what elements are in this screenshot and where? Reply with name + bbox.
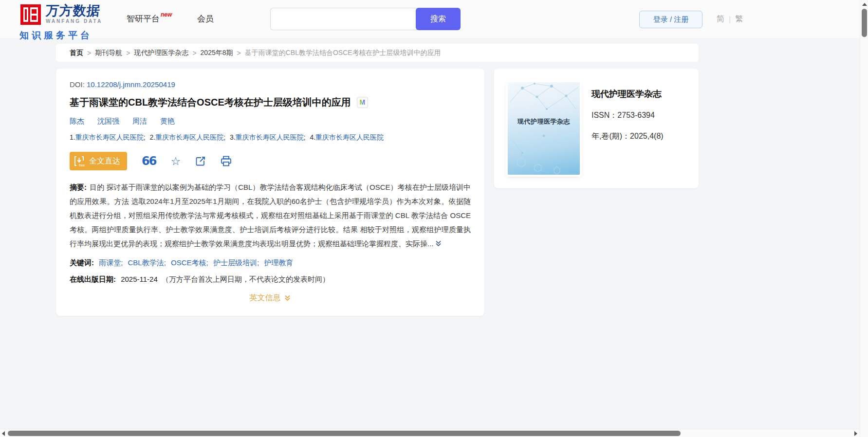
brand-name-cn: 万方数据 [45, 3, 103, 18]
author-link[interactable]: 周洁 [132, 117, 147, 126]
affiliation-link[interactable]: 重庆市长寿区人民医院 [155, 133, 223, 141]
scroll-up-arrow-icon[interactable] [862, 3, 867, 6]
volume-label: 年,卷(期)： [591, 132, 630, 140]
affiliation-separator: ; [223, 133, 225, 141]
keywords-row: 关键词: 雨课堂; CBL教学法; OSCE考核; 护士层级培训; 护理教育 [70, 258, 471, 268]
fulltext-button[interactable]: free 全文直达 [70, 152, 127, 170]
doi-label: DOI: [70, 80, 85, 89]
english-info-label: 英文信息 [250, 293, 281, 303]
affiliation-number: 3. [230, 133, 236, 141]
medical-badge-icon[interactable]: M [357, 97, 368, 108]
breadcrumb-separator: > [237, 49, 241, 57]
keyword-link[interactable]: 护士层级培训 [213, 258, 257, 267]
affiliation-separator: ; [304, 133, 306, 141]
chevron-double-down-icon [284, 294, 291, 302]
author-link[interactable]: 黄艳 [160, 117, 175, 126]
breadcrumb-home[interactable]: 首页 [70, 49, 83, 57]
login-register-button[interactable]: 登录 / 注册 [639, 11, 702, 28]
journal-issn-row: ISSN：2753-6394 [591, 110, 664, 121]
abstract-text: 目的 探讨基于雨课堂的以案例为基础的学习（CBL）教学法结合客观结构化临床考试（… [70, 183, 471, 248]
keywords-label: 关键词: [70, 258, 94, 267]
lang-divider: | [729, 15, 731, 24]
search-input[interactable] [270, 8, 418, 30]
online-publish-row: 在线出版日期: 2025-11-24 （万方平台首次上网日期，不代表论文的发表时… [70, 275, 471, 284]
keyword-separator: ; [121, 258, 123, 267]
journal-cover-title: 现代护理医学杂志 [508, 117, 580, 126]
keyword-link[interactable]: CBL教学法 [128, 258, 164, 267]
fulltext-button-label: 全文直达 [89, 156, 120, 166]
scroll-right-arrow-icon[interactable] [854, 431, 857, 436]
breadcrumb-separator: > [192, 49, 196, 57]
breadcrumb: 首页 > 期刊导航 > 现代护理医学杂志 > 2025年8期 > 基于雨课堂的C… [56, 44, 699, 62]
author-link[interactable]: 沈国强 [97, 117, 119, 126]
free-download-icon: free [74, 155, 85, 167]
horizontal-scrollbar-thumb[interactable] [8, 431, 681, 436]
issn-value: 2753-6394 [617, 111, 655, 119]
affiliation-number: 2. [149, 133, 155, 141]
article-title: 基于雨课堂的CBL教学法结合OSCE考核在护士层级培训中的应用 [70, 96, 351, 109]
nav-zhiyan-platform[interactable]: 智研平台new [127, 13, 171, 24]
journal-cover[interactable]: 现代护理医学杂志 [508, 82, 580, 175]
breadcrumb-separator: > [126, 49, 130, 57]
article-card: DOI: 10.12208/j.jmnm.20250419 基于雨课堂的CBL教… [56, 69, 484, 316]
horizontal-scrollbar[interactable] [0, 429, 868, 437]
affiliations-row: 1.重庆市长寿区人民医院; 2.重庆市长寿区人民医院; 3.重庆市长寿区人民医院… [70, 133, 471, 142]
wanfang-logo-icon [19, 3, 42, 28]
english-info-toggle[interactable]: 英文信息 [70, 293, 471, 303]
lang-simplified[interactable]: 简 [717, 14, 724, 24]
journal-info: 现代护理医学杂志 ISSN：2753-6394 年,卷(期)：2025,4(8) [591, 82, 664, 175]
keyword-separator: ; [257, 258, 259, 267]
abstract-expand-chevron-icon[interactable] [435, 237, 442, 252]
affiliation-number: 4. [310, 133, 315, 141]
nav-member-label: 会员 [197, 14, 214, 23]
top-header: 万方数据 WANFANG DATA 知识服务平台 智研平台new 会员 搜索 登… [0, 0, 868, 38]
authors-row: 陈杰 沈国强 周洁 黄艳 [70, 117, 471, 126]
nav-member[interactable]: 会员 [197, 13, 214, 24]
keyword-link[interactable]: OSCE考核 [171, 258, 206, 267]
share-icon[interactable] [195, 156, 206, 166]
doi-link[interactable]: 10.12208/j.jmnm.20250419 [87, 80, 175, 89]
affiliation-link[interactable]: 重庆市长寿区人民医院 [315, 133, 384, 141]
print-icon[interactable] [221, 156, 232, 166]
action-toolbar: free 全文直达 66 ☆ [70, 152, 471, 170]
page-container: 首页 > 期刊导航 > 现代护理医学杂志 > 2025年8期 > 基于雨课堂的C… [56, 44, 699, 316]
keyword-separator: ; [164, 258, 166, 267]
search-bar: 搜索 [270, 8, 461, 30]
doi-row: DOI: 10.12208/j.jmnm.20250419 [70, 80, 471, 89]
abstract-paragraph: 摘要:目的 探讨基于雨课堂的以案例为基础的学习（CBL）教学法结合客观结构化临床… [70, 180, 471, 252]
journal-card: 现代护理医学杂志 现代护理医学杂志 ISSN：2753-6394 年,卷(期)：… [494, 69, 699, 188]
journal-volume-row: 年,卷(期)：2025,4(8) [591, 131, 664, 142]
issn-label: ISSN： [591, 111, 617, 119]
medical-badge-letter: M [359, 99, 365, 106]
breadcrumb-issue[interactable]: 2025年8期 [201, 49, 233, 57]
journal-name[interactable]: 现代护理医学杂志 [591, 88, 664, 100]
breadcrumb-journal[interactable]: 现代护理医学杂志 [134, 49, 188, 57]
brand-tagline: 知识服务平台 [19, 29, 102, 42]
search-button[interactable]: 搜索 [416, 8, 461, 30]
affiliation-number: 1. [70, 133, 75, 141]
nav-zhiyan-label: 智研平台 [127, 14, 160, 23]
online-publish-label: 在线出版日期: [70, 275, 116, 283]
scroll-left-arrow-icon[interactable] [2, 431, 5, 436]
author-link[interactable]: 陈杰 [70, 117, 84, 126]
vertical-scrollbar-thumb[interactable] [862, 9, 867, 37]
language-switch: 简 | 繁 [717, 14, 743, 24]
new-badge: new [161, 11, 172, 18]
keyword-separator: ; [206, 258, 208, 267]
svg-text:free: free [79, 164, 85, 167]
lang-traditional[interactable]: 繁 [735, 14, 743, 24]
affiliation-link[interactable]: 重庆市长寿区人民医院 [75, 133, 144, 141]
cite-icon[interactable]: 66 [142, 156, 156, 166]
journal-cover-decoration [508, 82, 580, 175]
favorite-star-icon[interactable]: ☆ [170, 156, 181, 166]
affiliation-separator: ; [144, 133, 146, 141]
keyword-link[interactable]: 雨课堂 [99, 258, 121, 267]
keyword-link[interactable]: 护理教育 [264, 258, 293, 267]
breadcrumb-separator: > [87, 49, 91, 57]
affiliation-link[interactable]: 重庆市长寿区人民医院 [236, 133, 304, 141]
vertical-scrollbar[interactable] [860, 0, 868, 437]
wanfang-logo[interactable]: 万方数据 WANFANG DATA 知识服务平台 [19, 3, 102, 42]
breadcrumb-journal-nav[interactable]: 期刊导航 [95, 49, 122, 57]
breadcrumb-current-article: 基于雨课堂的CBL教学法结合OSCE考核在护士层级培训中的应用 [245, 49, 441, 57]
online-publish-date: 2025-11-24 [121, 275, 158, 283]
